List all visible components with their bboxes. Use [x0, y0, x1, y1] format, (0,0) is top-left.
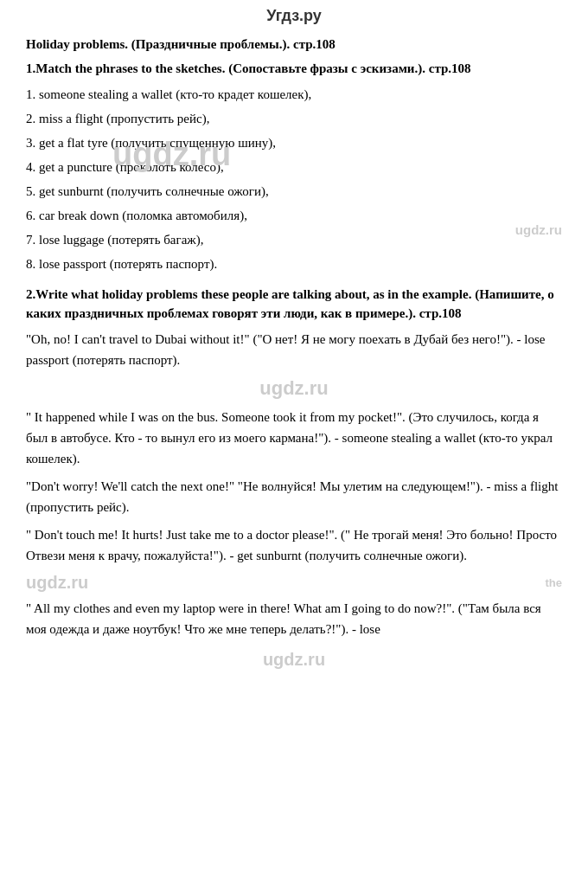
list-item: 2. miss a flight (пропустить рейс), [26, 108, 562, 129]
list-item: 3. get a flat tyre (получить спущенную ш… [26, 132, 562, 153]
list-item: 6. car break down (поломка автомобиля), [26, 205, 562, 226]
answer-5: " All my clothes and even my laptop were… [26, 598, 562, 639]
section1-title: Holiday problems. (Праздничные проблемы.… [26, 37, 562, 52]
list-item: 4. get a puncture (проколоть колесо), [26, 157, 562, 177]
answer-1: "Oh, no! I can't travel to Dubai without… [26, 329, 562, 370]
section2: 2.Write what holiday problems these peop… [26, 285, 562, 639]
main-content: Holiday problems. (Праздничные проблемы.… [0, 29, 588, 687]
answer-text-4: " Don't touch me! It hurts! Just take me… [26, 528, 557, 562]
exercise1-title: 1.Match the phrases to the sketches. (Со… [26, 59, 562, 79]
answer-text-1: "Oh, no! I can't travel to Dubai without… [26, 332, 545, 367]
watermark-mid2: ugdz.ru [26, 573, 88, 593]
list-item: 7. lose luggage (потерять багаж), [26, 229, 562, 250]
watermark-small-right: the [546, 576, 563, 589]
watermark-mid: ugdz.ru [26, 377, 562, 400]
phrases-list: 1. someone stealing a wallet (кто-то кра… [26, 84, 562, 274]
site-title: Угдз.ру [266, 7, 322, 24]
answer-3: "Don't worry! We'll catch the next one!"… [26, 476, 562, 517]
answer-text-5: " All my clothes and even my laptop were… [26, 601, 541, 636]
list-item: 8. lose passport (потерять паспорт). [26, 254, 562, 274]
list-item: 5. get sunburnt (получить солнечные ожог… [26, 181, 562, 202]
exercise2-title: 2.Write what holiday problems these peop… [26, 285, 562, 324]
answer-text-2: " It happened while I was on the bus. So… [26, 410, 553, 466]
list-item: 1. someone stealing a wallet (кто-то кра… [26, 84, 562, 105]
answer-text-3: "Don't worry! We'll catch the next one!"… [26, 479, 558, 514]
answer-2: " It happened while I was on the bus. So… [26, 407, 562, 469]
watermark-footer: ugdz.ru [26, 650, 562, 670]
answer-4: " Don't touch me! It hurts! Just take me… [26, 524, 562, 566]
site-header: Угдз.ру [0, 0, 588, 29]
